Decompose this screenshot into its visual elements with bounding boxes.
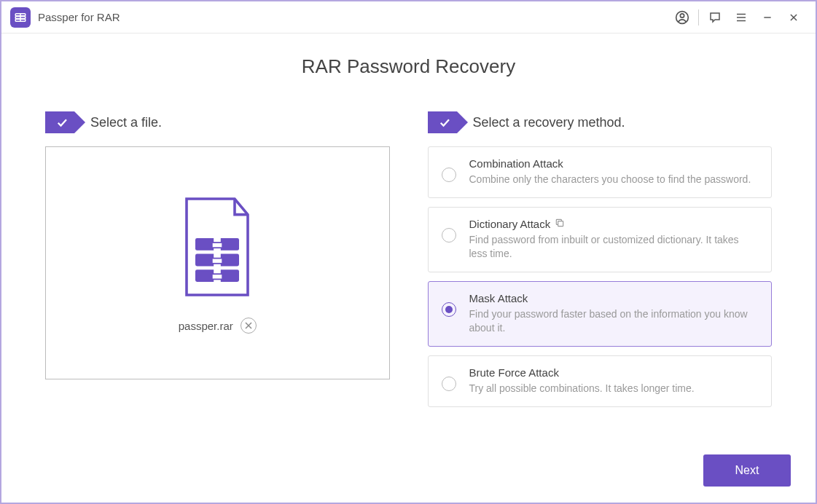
method-text: Dictionary AttackFind password from inbu… <box>469 218 759 261</box>
step-header-method: Select a recovery method. <box>428 111 773 133</box>
step-header-file: Select a file. <box>45 111 390 133</box>
page-title: RAR Password Recovery <box>45 55 772 78</box>
step-check-method-icon <box>428 111 457 133</box>
method-option[interactable]: Combination AttackCombine only the chara… <box>428 146 773 198</box>
titlebar: Passper for RAR <box>1 1 816 34</box>
menu-icon[interactable] <box>728 4 754 31</box>
method-desc: Try all possible combinations. It takes … <box>469 382 759 396</box>
method-desc: Find password from inbuilt or customized… <box>469 233 759 261</box>
close-button[interactable] <box>781 4 807 31</box>
method-option[interactable]: Brute Force AttackTry all possible combi… <box>428 355 773 407</box>
method-radio[interactable] <box>442 228 456 243</box>
method-title: Mask Attack <box>469 292 759 304</box>
method-title: Combination Attack <box>469 157 759 170</box>
method-option[interactable]: Dictionary AttackFind password from inbu… <box>428 207 773 272</box>
remove-file-button[interactable] <box>241 318 257 334</box>
svg-point-5 <box>680 13 684 17</box>
method-title: Brute Force Attack <box>469 366 759 379</box>
minimize-button[interactable] <box>754 4 781 31</box>
method-radio[interactable] <box>442 302 456 317</box>
method-radio[interactable] <box>442 377 456 391</box>
svg-rect-17 <box>212 259 222 264</box>
method-text: Mask AttackFind your password faster bas… <box>469 292 759 336</box>
method-title-text: Mask Attack <box>469 292 528 304</box>
app-logo-icon <box>10 7 31 28</box>
next-button[interactable]: Next <box>703 454 791 487</box>
step-check-file-icon <box>45 111 74 133</box>
step-label-method: Select a recovery method. <box>473 115 625 130</box>
method-option[interactable]: Mask AttackFind your password faster bas… <box>428 281 773 347</box>
file-drop-area[interactable]: passper.rar <box>45 146 390 379</box>
main-content: RAR Password Recovery Select a file. <box>1 34 816 407</box>
methods-list: Combination AttackCombine only the chara… <box>428 146 773 407</box>
method-title: Dictionary Attack <box>469 218 759 230</box>
rar-file-icon <box>173 192 261 304</box>
footer: Next <box>703 454 791 487</box>
method-desc: Find your password faster based on the i… <box>469 307 759 336</box>
titlebar-controls <box>669 4 807 31</box>
svg-rect-18 <box>212 274 222 279</box>
titlebar-separator <box>698 9 699 25</box>
method-title-text: Combination Attack <box>469 157 563 170</box>
account-icon[interactable] <box>669 4 695 31</box>
method-text: Combination AttackCombine only the chara… <box>469 157 759 187</box>
file-name-row: passper.rar <box>179 318 257 334</box>
feedback-icon[interactable] <box>702 4 728 31</box>
method-radio[interactable] <box>442 168 456 182</box>
method-title-text: Dictionary Attack <box>469 218 551 230</box>
selected-file-name: passper.rar <box>179 320 233 332</box>
method-desc: Combine only the characters you choose t… <box>469 173 759 187</box>
copy-icon[interactable] <box>555 218 565 230</box>
step-label-file: Select a file. <box>90 115 162 130</box>
app-title: Passper for RAR <box>38 11 120 23</box>
method-column: Select a recovery method. Combination At… <box>428 111 773 407</box>
file-column: Select a file. <box>45 111 390 379</box>
method-title-text: Brute Force Attack <box>469 366 559 379</box>
svg-rect-21 <box>558 221 563 226</box>
svg-rect-16 <box>212 243 222 248</box>
method-text: Brute Force AttackTry all possible combi… <box>469 366 759 396</box>
